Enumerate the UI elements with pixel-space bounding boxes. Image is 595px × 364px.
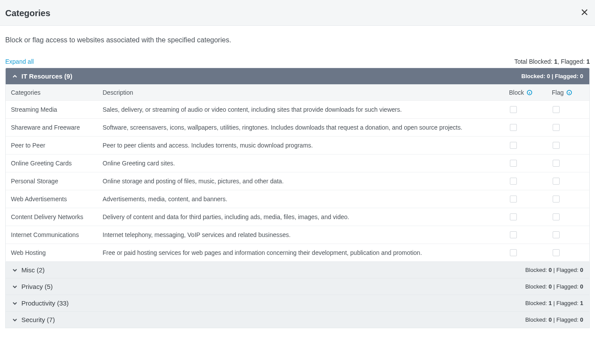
table-header-row: Categories Description Block Flag <box>6 84 589 100</box>
cell-flag <box>547 101 589 118</box>
table-row: Internet CommunicationsInternet telephon… <box>6 226 589 244</box>
group-it-resources: IT Resources (9) Blocked: 0 | Flagged: 0… <box>5 68 590 262</box>
cell-description: Sales, delivery, or streaming of audio o… <box>97 101 504 118</box>
table-body: Streaming MediaSales, delivery, or strea… <box>6 100 589 261</box>
group-summary: Blocked: 0 | Flagged: 0 <box>525 316 583 323</box>
cell-category: Online Greeting Cards <box>6 155 97 172</box>
group-privacy: Privacy (5) Blocked: 0 | Flagged: 0 <box>5 278 590 295</box>
cell-block <box>504 101 547 118</box>
toolbar: Expand all Total Blocked: 1, Flagged: 1 <box>0 44 595 68</box>
table-row: Online Greeting CardsOnline Greeting car… <box>6 154 589 172</box>
block-checkbox[interactable] <box>510 178 517 185</box>
cell-description: Delivery of content and data for third p… <box>97 208 504 226</box>
cell-block <box>504 155 547 172</box>
block-checkbox[interactable] <box>510 196 517 203</box>
page-title: Categories <box>5 8 579 18</box>
cell-description: Free or paid hosting services for web pa… <box>97 244 504 261</box>
flag-checkbox[interactable] <box>553 124 560 131</box>
table-row: Web AdvertisementsAdvertisements, media,… <box>6 190 589 208</box>
table-row: Peer to PeerPeer to peer clients and acc… <box>6 136 589 154</box>
cell-block <box>504 244 547 261</box>
group-security: Security (7) Blocked: 0 | Flagged: 0 <box>5 312 590 328</box>
cell-flag <box>547 137 589 154</box>
cell-block <box>504 119 547 136</box>
group-header-privacy[interactable]: Privacy (5) Blocked: 0 | Flagged: 0 <box>6 278 589 295</box>
table-row: Content Delivery NetworksDelivery of con… <box>6 208 589 226</box>
group-header-it-resources[interactable]: IT Resources (9) Blocked: 0 | Flagged: 0 <box>6 68 589 84</box>
group-header-security[interactable]: Security (7) Blocked: 0 | Flagged: 0 <box>6 312 589 328</box>
block-checkbox[interactable] <box>510 142 517 149</box>
cell-category: Peer to Peer <box>6 137 97 154</box>
cell-description: Internet telephony, messaging, VoIP serv… <box>97 226 504 244</box>
cell-flag <box>547 155 589 172</box>
flag-checkbox[interactable] <box>553 231 560 238</box>
flag-checkbox[interactable] <box>553 196 560 203</box>
table-row: Shareware and FreewareSoftware, screensa… <box>6 118 589 136</box>
group-title: Security (7) <box>21 316 525 323</box>
cell-category: Shareware and Freeware <box>6 119 97 136</box>
block-checkbox[interactable] <box>510 124 517 131</box>
cell-description: Software, screensavers, icons, wallpaper… <box>97 119 504 136</box>
cell-description: Peer to peer clients and access. Include… <box>97 137 504 154</box>
block-checkbox[interactable] <box>510 106 517 113</box>
group-summary: Blocked: 0 | Flagged: 0 <box>525 283 583 290</box>
cell-description: Online storage and posting of files, mus… <box>97 172 504 190</box>
expand-all-link[interactable]: Expand all <box>5 58 34 65</box>
groups-container: IT Resources (9) Blocked: 0 | Flagged: 0… <box>0 68 595 337</box>
cell-category: Web Hosting <box>6 244 97 261</box>
panel-header: Categories <box>0 0 595 26</box>
group-header-productivity[interactable]: Productivity (33) Blocked: 1 | Flagged: … <box>6 295 589 311</box>
cell-category: Content Delivery Networks <box>6 208 97 226</box>
cell-block <box>504 137 547 154</box>
cell-category: Streaming Media <box>6 101 97 118</box>
block-checkbox[interactable] <box>510 160 517 167</box>
group-header-misc[interactable]: Misc (2) Blocked: 0 | Flagged: 0 <box>6 262 589 278</box>
cell-flag <box>547 244 589 261</box>
cell-block <box>504 226 547 244</box>
flag-checkbox[interactable] <box>553 178 560 185</box>
col-header-flag: Flag <box>547 85 589 100</box>
cell-description: Online Greeting card sites. <box>97 155 504 172</box>
group-summary: Blocked: 0 | Flagged: 0 <box>525 267 583 273</box>
flag-checkbox[interactable] <box>553 106 560 113</box>
chevron-down-icon <box>12 300 18 306</box>
cell-description: Advertisements, media, content, and bann… <box>97 190 504 208</box>
chevron-down-icon <box>12 317 18 323</box>
chevron-down-icon <box>12 284 18 290</box>
cell-flag <box>547 190 589 208</box>
cell-flag <box>547 208 589 226</box>
close-button[interactable] <box>579 8 590 18</box>
categories-panel: Categories Block or flag access to websi… <box>0 0 595 337</box>
block-checkbox[interactable] <box>510 249 517 256</box>
info-icon[interactable] <box>566 89 572 96</box>
flag-checkbox[interactable] <box>553 160 560 167</box>
table-row: Streaming MediaSales, delivery, or strea… <box>6 100 589 118</box>
cell-block <box>504 208 547 226</box>
info-icon[interactable] <box>526 89 533 96</box>
flag-checkbox[interactable] <box>553 213 560 220</box>
flag-checkbox[interactable] <box>553 249 560 256</box>
cell-block <box>504 190 547 208</box>
group-misc: Misc (2) Blocked: 0 | Flagged: 0 <box>5 262 590 278</box>
cell-category: Internet Communications <box>6 226 97 244</box>
close-icon <box>581 9 588 17</box>
table-row: Personal StorageOnline storage and posti… <box>6 172 589 190</box>
group-title: IT Resources (9) <box>21 72 521 80</box>
block-checkbox[interactable] <box>510 231 517 238</box>
chevron-up-icon <box>12 73 18 79</box>
cell-flag <box>547 172 589 190</box>
cell-category: Personal Storage <box>6 172 97 190</box>
block-checkbox[interactable] <box>510 213 517 220</box>
cell-block <box>504 172 547 190</box>
col-header-description: Description <box>97 85 504 100</box>
flag-checkbox[interactable] <box>553 142 560 149</box>
group-title: Privacy (5) <box>21 283 525 290</box>
table-row: Web HostingFree or paid hosting services… <box>6 244 589 261</box>
group-title: Productivity (33) <box>21 299 525 307</box>
group-summary: Blocked: 1 | Flagged: 1 <box>525 300 583 306</box>
group-summary: Blocked: 0 | Flagged: 0 <box>521 73 583 79</box>
group-productivity: Productivity (33) Blocked: 1 | Flagged: … <box>5 295 590 312</box>
group-title: Misc (2) <box>21 266 525 274</box>
chevron-down-icon <box>12 267 18 273</box>
cell-flag <box>547 119 589 136</box>
